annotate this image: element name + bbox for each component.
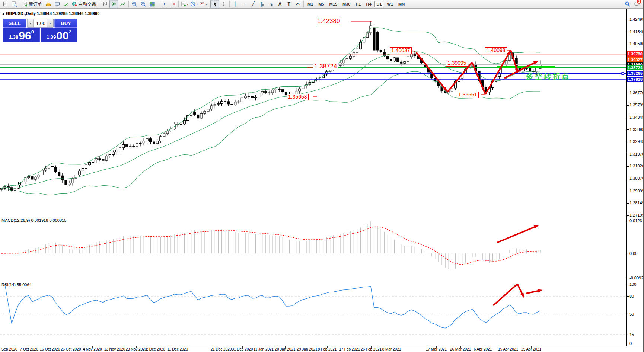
toolbar-crosshair[interactable] xyxy=(219,0,228,8)
price-axis[interactable]: 1.424951.415451.405951.367701.357951.348… xyxy=(626,9,644,346)
date-label: 16 Oct 2020 xyxy=(40,347,60,351)
price-tick-label: 1.30070 xyxy=(627,176,644,180)
toolbar-line-chart[interactable] xyxy=(118,0,127,8)
toolbar-signals[interactable] xyxy=(62,0,71,8)
date-label: 8 Mar 2021 xyxy=(382,347,401,351)
buy-button[interactable]: BUY xyxy=(54,19,77,28)
timeframe-m5[interactable]: M5 xyxy=(316,1,326,7)
date-label: 31 Dec 2020 xyxy=(232,347,253,351)
toolbar-vertical-line[interactable]: │ xyxy=(231,0,240,8)
date-label: 17 Mar 2021 xyxy=(426,347,447,351)
toolbar-profiles[interactable] xyxy=(10,0,19,8)
timeframe-w1[interactable]: W1 xyxy=(385,1,396,7)
toolbar-text-label[interactable]: T xyxy=(284,0,293,8)
toolbar-indicator-window[interactable] xyxy=(159,0,168,8)
main-chart-canvas[interactable] xyxy=(0,9,626,216)
date-label: 26 Oct 2020 xyxy=(61,347,81,351)
toolbar-zoom-in[interactable] xyxy=(130,0,139,8)
toolbar-zoom-out[interactable] xyxy=(139,0,148,8)
toolbar-notifications[interactable]: 1 xyxy=(632,0,641,8)
timeframe-m1[interactable]: M1 xyxy=(305,1,315,7)
toolbar-new-chart[interactable] xyxy=(1,0,10,8)
page-plus-icon xyxy=(181,1,186,7)
toolbar-fibonacci-retracement[interactable]: ≡F xyxy=(267,0,275,8)
price-flag[interactable]: 1.38724 xyxy=(313,63,338,70)
annotation-text-cjk[interactable]: 多空转折点 xyxy=(526,71,571,81)
date-label: 21 Dec 2020 xyxy=(211,347,232,351)
sell-price-big: 96 xyxy=(19,31,31,41)
chevron-down-icon: ▾ xyxy=(187,3,188,6)
collapse-marker-icon[interactable]: ▲ xyxy=(2,12,5,15)
toolbar: 新订单自动交易▾▾▾│─╱∥E≡FAT↗▾M1M5M15M30H1H4D1W1M… xyxy=(0,0,643,9)
toolbar-add-indicator[interactable]: ▾ xyxy=(180,0,189,8)
cursor-icon xyxy=(212,1,218,7)
template-icon xyxy=(199,1,205,7)
toolbar-cursor[interactable] xyxy=(210,0,219,8)
volume-decrease-button[interactable]: ▼ xyxy=(27,19,34,27)
toolbar-autotrading[interactable]: 自动交易 xyxy=(71,0,98,8)
rsi-panel-canvas[interactable] xyxy=(0,282,626,346)
toolbar-search[interactable] xyxy=(623,0,632,8)
chart-window[interactable]: 1.424951.415451.405951.367701.357951.348… xyxy=(0,9,644,352)
price-tick-label: 1.35795 xyxy=(627,103,644,107)
price-flag[interactable]: 1.40098 xyxy=(485,47,507,54)
toolbar-text[interactable]: A xyxy=(275,0,284,8)
toolbar-tile-windows[interactable] xyxy=(148,0,157,8)
text-label-icon: T xyxy=(287,1,290,7)
toolbar-arrow-objects[interactable]: ↗▾ xyxy=(293,0,302,8)
sell-button[interactable]: SELL xyxy=(3,19,26,28)
timeframe-d1[interactable]: D1 xyxy=(374,1,384,7)
time-axis[interactable]: 8 Sep 20207 Oct 202016 Oct 202026 Oct 20… xyxy=(0,346,644,352)
volume-increase-button[interactable]: ▲ xyxy=(47,19,53,27)
timeframe-h4[interactable]: H4 xyxy=(364,1,373,7)
toolbar-candlestick-chart[interactable] xyxy=(109,0,118,8)
toolbar-separator xyxy=(128,1,129,7)
sell-price-pip: 0 xyxy=(31,29,34,35)
timeframe-h1[interactable]: H1 xyxy=(353,1,363,7)
price-flag[interactable]: 1.42380 xyxy=(316,17,341,25)
volume-value[interactable]: 1.00 xyxy=(34,19,47,27)
timeframe-m15[interactable]: M15 xyxy=(327,1,339,7)
chart-title: ▲GBPUSD-,Daily 1.38648 1.39285 1.38646 1… xyxy=(2,11,99,16)
buy-price-big: 00 xyxy=(56,31,68,41)
price-tick-label: 1.31020 xyxy=(627,164,644,168)
toolbar-bar-chart[interactable] xyxy=(101,0,109,8)
bars-icon xyxy=(102,1,108,7)
buy-price-pip: 2 xyxy=(69,29,71,35)
price-badge: 1.38265 xyxy=(627,71,644,76)
date-label: 17 Feb 2021 xyxy=(339,347,360,351)
price-tick-label: 1.33895 xyxy=(627,127,644,132)
toolbar-horizontal-line[interactable]: ─ xyxy=(240,0,249,8)
date-label: 29 Jan 2021 xyxy=(297,347,317,351)
timeframe-mn[interactable]: MN xyxy=(396,1,407,7)
toolbar-terminal[interactable] xyxy=(53,0,62,8)
price-flag[interactable]: 1.39095 xyxy=(446,60,468,67)
price-tick-label: 1.41545 xyxy=(627,29,644,34)
toolbar-templates[interactable]: ▾ xyxy=(198,0,208,8)
timeframe-m30[interactable]: M30 xyxy=(340,1,353,7)
zoom-out-icon xyxy=(140,1,146,7)
clock-icon xyxy=(190,1,196,7)
price-flag[interactable]: 1.35658 xyxy=(287,94,309,100)
toolbar-deposit[interactable] xyxy=(44,0,53,8)
toolbar-trend-line[interactable]: ╱ xyxy=(249,0,258,8)
price-badge: 1.38724 xyxy=(627,65,644,70)
price-flag[interactable]: 1.40037 xyxy=(390,47,412,54)
macd-tick-label: 0.00 xyxy=(627,251,637,256)
rsi-tick-label: 0 xyxy=(627,341,632,346)
panel-divider-rsi[interactable] xyxy=(0,9,644,10)
date-label: 15 Apr 2021 xyxy=(498,347,518,351)
toolbar-period-presets[interactable]: ▾ xyxy=(189,0,198,8)
buy-price-panel[interactable]: 1.39 00 2 xyxy=(41,28,77,42)
toolbar-equidistant-channel[interactable]: ∥E xyxy=(258,0,267,8)
trend-line-icon: ╱ xyxy=(252,1,254,7)
macd-panel-canvas[interactable] xyxy=(0,217,626,281)
sell-price-panel[interactable]: 1.38 96 0 xyxy=(3,28,40,42)
toolbar-indicator-window-alt[interactable] xyxy=(168,0,177,8)
toolbar-new-order[interactable]: 新订单 xyxy=(21,0,44,8)
price-tick-label: 1.29095 xyxy=(627,189,644,193)
buy-price-prefix: 1.39 xyxy=(47,34,56,40)
macd-tick-label: 0.012316 xyxy=(627,218,644,223)
tile-icon xyxy=(149,1,155,7)
price-flag[interactable]: 1.36661 xyxy=(457,92,479,98)
